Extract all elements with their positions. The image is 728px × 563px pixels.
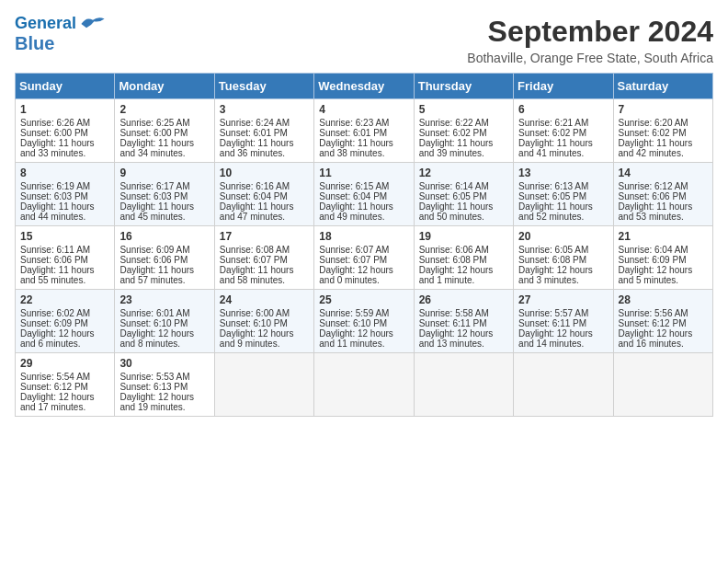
- calendar-cell: 12Sunrise: 6:14 AMSunset: 6:05 PMDayligh…: [414, 163, 513, 226]
- day-info: Sunset: 6:05 PM: [518, 191, 608, 201]
- day-info: and 49 minutes.: [319, 212, 408, 222]
- calendar-cell: 9Sunrise: 6:17 AMSunset: 6:03 PMDaylight…: [115, 163, 214, 226]
- calendar-cell: 11Sunrise: 6:15 AMSunset: 6:04 PMDayligh…: [314, 163, 414, 226]
- day-info: Sunrise: 6:08 AM: [220, 245, 309, 255]
- day-info: Sunset: 6:02 PM: [619, 128, 708, 138]
- day-info: and 6 minutes.: [20, 339, 109, 349]
- day-info: Daylight: 11 hours: [220, 265, 309, 275]
- day-info: Daylight: 11 hours: [119, 201, 209, 212]
- day-info: Daylight: 11 hours: [119, 265, 209, 275]
- calendar-cell: 17Sunrise: 6:08 AMSunset: 6:07 PMDayligh…: [214, 226, 313, 290]
- day-info: and 57 minutes.: [119, 275, 209, 285]
- day-info: Daylight: 11 hours: [220, 138, 309, 148]
- calendar-cell: 24Sunrise: 6:00 AMSunset: 6:10 PMDayligh…: [214, 290, 313, 353]
- month-year: September 2024: [467, 15, 713, 49]
- day-info: Sunset: 6:03 PM: [119, 191, 209, 201]
- day-info: and 38 minutes.: [319, 148, 408, 158]
- day-number: 28: [619, 293, 708, 306]
- calendar-header-row: SundayMondayTuesdayWednesdayThursdayFrid…: [16, 74, 713, 99]
- day-info: Sunrise: 6:16 AM: [220, 181, 309, 191]
- day-number: 27: [518, 293, 608, 306]
- calendar-cell: 5Sunrise: 6:22 AMSunset: 6:02 PMDaylight…: [414, 99, 513, 163]
- day-info: and 39 minutes.: [419, 148, 508, 158]
- day-number: 16: [119, 230, 209, 243]
- weekday-header: Monday: [115, 74, 214, 99]
- day-info: Sunrise: 6:13 AM: [518, 181, 608, 191]
- day-info: Daylight: 11 hours: [419, 138, 508, 148]
- day-info: Daylight: 11 hours: [20, 201, 109, 212]
- day-info: Sunrise: 6:15 AM: [319, 181, 408, 191]
- day-info: Daylight: 12 hours: [119, 392, 209, 402]
- day-number: 10: [220, 167, 309, 179]
- calendar-week-row: 1Sunrise: 6:26 AMSunset: 6:00 PMDaylight…: [16, 99, 713, 163]
- day-number: 22: [20, 293, 109, 306]
- day-info: Sunrise: 5:57 AM: [518, 308, 608, 318]
- day-info: Daylight: 11 hours: [619, 138, 708, 148]
- day-info: Sunset: 6:06 PM: [20, 255, 109, 265]
- weekday-header: Saturday: [613, 74, 712, 99]
- day-info: and 16 minutes.: [619, 339, 708, 349]
- bird-icon: [80, 15, 106, 33]
- day-number: 19: [419, 230, 508, 243]
- day-number: 13: [518, 167, 608, 179]
- day-info: and 34 minutes.: [119, 148, 209, 158]
- day-info: Sunrise: 6:21 AM: [518, 118, 608, 128]
- calendar-week-row: 22Sunrise: 6:02 AMSunset: 6:09 PMDayligh…: [16, 290, 713, 353]
- day-info: Daylight: 12 hours: [619, 265, 708, 275]
- calendar-cell: 16Sunrise: 6:09 AMSunset: 6:06 PMDayligh…: [115, 226, 214, 290]
- day-info: Daylight: 11 hours: [119, 138, 209, 148]
- day-info: Sunrise: 6:14 AM: [419, 181, 508, 191]
- calendar-cell: 30Sunrise: 5:53 AMSunset: 6:13 PMDayligh…: [115, 353, 214, 417]
- day-info: Daylight: 11 hours: [20, 265, 109, 275]
- day-info: Sunrise: 6:09 AM: [119, 245, 209, 255]
- calendar-cell: [214, 353, 313, 417]
- calendar-week-row: 8Sunrise: 6:19 AMSunset: 6:03 PMDaylight…: [16, 163, 713, 226]
- day-info: Sunset: 6:10 PM: [220, 318, 309, 328]
- day-info: Sunset: 6:04 PM: [319, 191, 408, 201]
- day-info: Sunset: 6:06 PM: [119, 255, 209, 265]
- day-info: Sunrise: 6:06 AM: [419, 245, 508, 255]
- calendar-cell: [613, 353, 712, 417]
- day-number: 6: [518, 103, 608, 116]
- day-info: Sunrise: 6:02 AM: [20, 308, 109, 318]
- day-info: Sunset: 6:11 PM: [419, 318, 508, 328]
- day-info: Sunset: 6:01 PM: [319, 128, 408, 138]
- day-info: Daylight: 12 hours: [319, 265, 408, 275]
- day-info: Sunrise: 6:22 AM: [419, 118, 508, 128]
- calendar-cell: 23Sunrise: 6:01 AMSunset: 6:10 PMDayligh…: [115, 290, 214, 353]
- calendar-cell: [514, 353, 613, 417]
- day-info: and 44 minutes.: [20, 212, 109, 222]
- day-info: Sunset: 6:00 PM: [20, 128, 109, 138]
- day-info: and 52 minutes.: [518, 212, 608, 222]
- day-info: Daylight: 11 hours: [518, 201, 608, 212]
- calendar-cell: 25Sunrise: 5:59 AMSunset: 6:10 PMDayligh…: [314, 290, 414, 353]
- day-info: Daylight: 12 hours: [319, 328, 408, 339]
- day-info: Sunrise: 6:23 AM: [319, 118, 408, 128]
- day-info: Daylight: 11 hours: [319, 201, 408, 212]
- calendar-cell: 29Sunrise: 5:54 AMSunset: 6:12 PMDayligh…: [16, 353, 115, 417]
- day-info: Daylight: 11 hours: [518, 138, 608, 148]
- day-info: Sunrise: 6:07 AM: [319, 245, 408, 255]
- day-info: Sunset: 6:02 PM: [518, 128, 608, 138]
- calendar-cell: 27Sunrise: 5:57 AMSunset: 6:11 PMDayligh…: [514, 290, 613, 353]
- weekday-header: Tuesday: [214, 74, 313, 99]
- title-section: September 2024 Bothaville, Orange Free S…: [467, 15, 713, 65]
- calendar-cell: 7Sunrise: 6:20 AMSunset: 6:02 PMDaylight…: [613, 99, 712, 163]
- day-number: 30: [119, 357, 209, 370]
- day-info: Sunrise: 6:01 AM: [119, 308, 209, 318]
- day-number: 9: [119, 167, 209, 179]
- day-info: and 41 minutes.: [518, 148, 608, 158]
- day-info: Sunrise: 5:56 AM: [619, 308, 708, 318]
- day-number: 15: [20, 230, 109, 243]
- day-info: Sunrise: 5:58 AM: [419, 308, 508, 318]
- logo: General Blue: [15, 15, 106, 53]
- day-info: Sunrise: 6:24 AM: [220, 118, 309, 128]
- calendar-cell: 8Sunrise: 6:19 AMSunset: 6:03 PMDaylight…: [16, 163, 115, 226]
- day-info: Sunset: 6:09 PM: [20, 318, 109, 328]
- day-info: Sunrise: 6:05 AM: [518, 245, 608, 255]
- calendar-cell: 6Sunrise: 6:21 AMSunset: 6:02 PMDaylight…: [514, 99, 613, 163]
- day-info: Sunset: 6:07 PM: [319, 255, 408, 265]
- day-info: Sunrise: 6:04 AM: [619, 245, 708, 255]
- day-info: Sunrise: 6:00 AM: [220, 308, 309, 318]
- calendar-cell: 20Sunrise: 6:05 AMSunset: 6:08 PMDayligh…: [514, 226, 613, 290]
